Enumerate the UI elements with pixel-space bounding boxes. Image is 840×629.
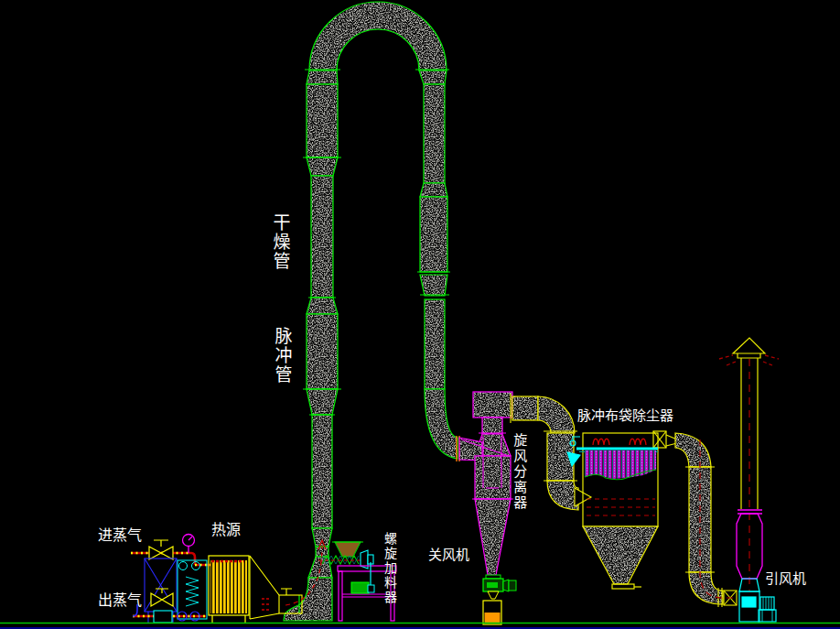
steam-inlet-valve bbox=[149, 540, 173, 559]
label-cyclone-separator: 旋风分离器 bbox=[512, 433, 526, 511]
label-screw-feeder: 螺旋加料器 bbox=[382, 532, 396, 605]
label-steam-outlet: 出蒸气 bbox=[98, 592, 142, 608]
pressure-gauge bbox=[183, 535, 195, 554]
label-pulse-pipe: 脉冲管 bbox=[273, 327, 292, 385]
label-heat-source: 热源 bbox=[211, 522, 241, 537]
baghouse-pulse-coils bbox=[593, 439, 646, 445]
label-steam-inlet: 进蒸气 bbox=[98, 527, 142, 543]
label-pulse-bag-dust-collector: 脉冲布袋除尘器 bbox=[577, 408, 673, 423]
cad-canvas: 干燥管 脉冲管 旋风分离器 脉冲布袋除尘器 螺旋加料器 关风机 引风机 进蒸气 … bbox=[0, 0, 840, 629]
drying-pipe-u-tube bbox=[284, 2, 458, 621]
label-rotary-airlock: 关风机 bbox=[428, 548, 469, 562]
steam-outlet-valve bbox=[151, 589, 173, 606]
heat-source-radiator bbox=[209, 556, 249, 623]
heat-exchanger-column bbox=[178, 560, 207, 619]
collection-bin bbox=[483, 601, 501, 624]
baghouse-flow-dashes bbox=[587, 499, 655, 515]
duct-baghouse-to-fan bbox=[675, 433, 723, 604]
steam-outlet-line bbox=[133, 604, 206, 623]
label-induced-draft-fan: 引风机 bbox=[765, 571, 806, 586]
rotary-airlock-valve bbox=[483, 575, 516, 599]
label-drying-pipe: 干燥管 bbox=[271, 213, 290, 271]
hot-air-cone-coils bbox=[262, 599, 271, 610]
filter-bags bbox=[585, 450, 656, 480]
